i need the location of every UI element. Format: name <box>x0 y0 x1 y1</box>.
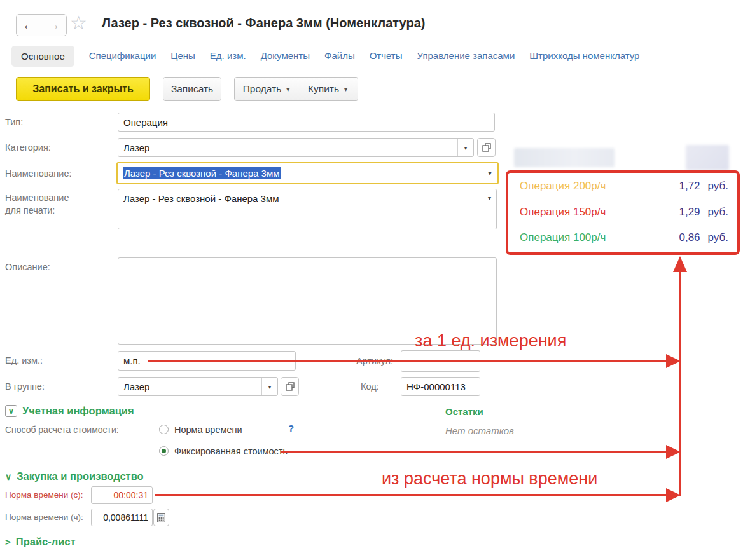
sell-button[interactable]: Продать ▾ <box>234 77 298 101</box>
price-value-150: 1,29руб. <box>675 206 728 219</box>
description-label: Описание: <box>5 262 50 272</box>
type-field[interactable]: Операция <box>118 113 495 132</box>
page-title: Лазер - Рез сквозной - Фанера 3мм (Номен… <box>102 16 425 31</box>
save-button[interactable]: Записать <box>163 77 221 101</box>
category-field[interactable]: Лазер ▾ <box>118 138 474 157</box>
radio-time-norm[interactable] <box>159 425 169 434</box>
tab-specifications[interactable]: Спецификации <box>89 50 156 62</box>
arrow-line-vertical <box>679 271 681 496</box>
unit-label: Ед. изм.: <box>5 355 43 365</box>
tab-reports[interactable]: Отчеты <box>370 50 403 62</box>
group-field[interactable]: Лазер ▾ <box>118 377 278 396</box>
pricelist-section-toggle[interactable]: > Прайс-лист <box>5 536 76 548</box>
annotation-from-norm: из расчета нормы времени <box>382 469 597 489</box>
price-value-200: 1,72руб. <box>675 180 728 193</box>
sell-button-label: Продать <box>243 83 282 95</box>
price-annotation-box: Операция 200р/ч 1,72руб. Операция 150р/ч… <box>506 170 740 255</box>
calculator-button[interactable] <box>153 509 169 526</box>
purchase-section-title: Закупка и производство <box>17 470 143 482</box>
time-norm-s-value: 00:00:31 <box>114 490 149 500</box>
open-icon <box>482 143 491 152</box>
annotation-per-unit: за 1 ед. измерения <box>415 331 566 351</box>
tab-files[interactable]: Файлы <box>324 50 355 62</box>
group-label: В группе: <box>5 381 45 392</box>
forward-button[interactable]: → <box>41 15 66 36</box>
time-norm-s-field[interactable]: 00:00:31 <box>91 486 153 504</box>
blurred-content <box>514 148 615 167</box>
price-currency: руб. <box>708 231 728 244</box>
price-number: 1,72 <box>675 180 700 193</box>
code-field[interactable]: НФ-00000113 <box>401 377 480 396</box>
price-row: Операция 150р/ч 1,29руб. <box>520 206 728 219</box>
arrow-line-unit <box>148 360 667 362</box>
print-name-dropdown-button[interactable]: ▾ <box>488 195 491 201</box>
tab-main[interactable]: Основное <box>11 46 74 67</box>
group-value: Лазер <box>123 381 149 392</box>
price-name-200: Операция 200р/ч <box>520 180 606 193</box>
category-dropdown-button[interactable]: ▾ <box>457 139 473 156</box>
buy-button-label: Купить <box>308 83 339 95</box>
back-icon: ← <box>22 18 35 32</box>
print-name-label-line2: для печати: <box>5 205 55 215</box>
arrow-head-up-icon <box>673 256 687 272</box>
time-norm-h-label: Норма времени (ч): <box>5 512 83 522</box>
checkbox-chevron-icon: ∨ <box>5 405 17 417</box>
radio-fixed-cost-label: Фиксированная стоимость <box>174 446 288 456</box>
chevron-down-icon: ∨ <box>5 472 11 482</box>
price-row: Операция 200р/ч 1,72руб. <box>520 180 728 193</box>
print-name-field[interactable]: Лазер - Рез сквозной - Фанера 3мм ▾ <box>118 189 497 229</box>
price-name-150: Операция 150р/ч <box>520 206 606 219</box>
price-value-100: 0,86руб. <box>675 231 728 244</box>
group-open-button[interactable] <box>281 377 299 396</box>
time-norm-h-value: 0,00861111 <box>103 512 148 522</box>
buy-button[interactable]: Купить ▾ <box>298 77 358 101</box>
group-dropdown-button[interactable]: ▾ <box>261 378 277 395</box>
price-number: 0,86 <box>675 231 700 244</box>
price-currency: руб. <box>708 180 728 193</box>
nomenclature-form-window: ← → ☆ Лазер - Рез сквозной - Фанера 3мм … <box>0 0 750 560</box>
tab-inventory[interactable]: Управление запасами <box>417 50 515 62</box>
tab-bar: Основное Спецификации Цены Ед. изм. Доку… <box>11 46 639 67</box>
time-norm-s-label: Норма времени (с): <box>5 490 83 500</box>
nav-history-group: ← → <box>16 14 67 36</box>
type-value: Операция <box>123 117 168 128</box>
print-name-label-line1: Наименование <box>5 193 69 203</box>
radio-fixed-cost[interactable] <box>159 446 169 456</box>
code-label: Код: <box>361 381 379 392</box>
tab-prices[interactable]: Цены <box>170 50 195 62</box>
save-and-close-button[interactable]: Записать и закрыть <box>16 77 150 101</box>
category-label: Категория: <box>5 142 51 153</box>
name-field[interactable]: Лазер - Рез сквозной - Фанера 3мм ▾ <box>116 162 499 184</box>
price-name-100: Операция 100р/ч <box>520 231 606 244</box>
favorite-star-icon[interactable]: ☆ <box>70 11 87 34</box>
price-number: 1,29 <box>675 206 700 219</box>
name-dropdown-button[interactable]: ▾ <box>482 163 497 183</box>
arrow-line-time-norm <box>155 494 667 496</box>
name-value: Лазер - Рез сквозной - Фанера 3мм <box>123 167 281 179</box>
price-row: Операция 100р/ч 0,86руб. <box>520 231 728 244</box>
forward-icon: → <box>48 18 60 32</box>
radio-time-norm-label: Норма времени <box>174 425 242 435</box>
cost-method-label: Способ расчета стоимости: <box>5 425 119 435</box>
back-button[interactable]: ← <box>17 15 41 36</box>
category-open-button[interactable] <box>477 138 496 157</box>
stock-value: Нет остатков <box>445 425 514 436</box>
unit-value: м.п. <box>123 355 141 366</box>
category-value: Лазер <box>123 142 149 153</box>
open-icon <box>286 382 295 391</box>
time-norm-h-field[interactable]: 0,00861111 <box>91 509 153 526</box>
print-name-value: Лазер - Рез сквозной - Фанера 3мм <box>123 193 279 204</box>
accounting-section-toggle[interactable]: ∨ Учетная информация <box>5 405 134 417</box>
help-link[interactable]: ? <box>288 423 294 434</box>
arrow-line-fixed-cost <box>281 451 667 453</box>
tab-barcodes[interactable]: Штрихкоды номенклатур <box>529 50 639 62</box>
chevron-down-icon: ▾ <box>344 86 347 93</box>
stock-title: Остатки <box>445 406 483 417</box>
chevron-down-icon: ▾ <box>286 86 289 93</box>
tab-units[interactable]: Ед. изм. <box>210 50 246 62</box>
code-value: НФ-00000113 <box>406 381 466 392</box>
tab-documents[interactable]: Документы <box>261 50 310 62</box>
blurred-content <box>686 145 729 170</box>
type-label: Тип: <box>5 117 23 127</box>
purchase-section-toggle[interactable]: ∨ Закупка и производство <box>5 470 144 482</box>
